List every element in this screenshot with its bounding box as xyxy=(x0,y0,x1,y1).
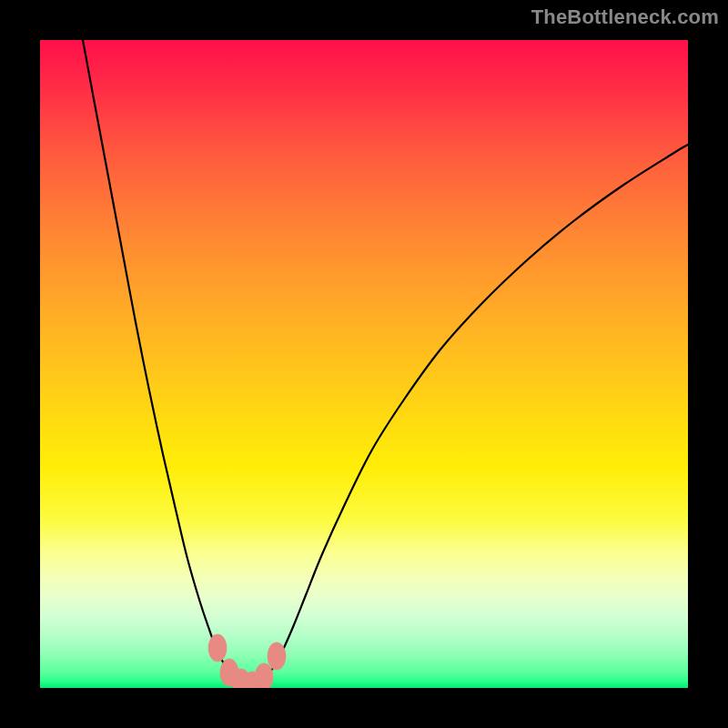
bottleneck-curve xyxy=(40,40,688,688)
data-marker xyxy=(208,634,227,662)
chart-frame: TheBottleneck.com xyxy=(0,0,728,728)
plot-area xyxy=(40,40,688,688)
watermark-text: TheBottleneck.com xyxy=(531,5,719,29)
data-marker xyxy=(268,642,286,670)
data-marker xyxy=(255,663,273,688)
